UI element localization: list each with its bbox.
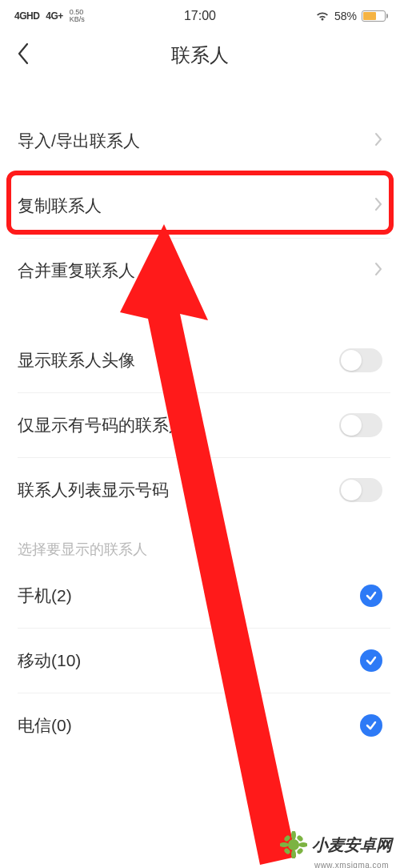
copy-contacts-row[interactable]: 复制联系人 — [0, 174, 400, 238]
copy-contacts-label: 复制联系人 — [18, 195, 102, 217]
checkmark-circle-icon — [360, 585, 382, 607]
svg-point-3 — [291, 850, 296, 858]
battery-icon — [362, 10, 386, 22]
battery-percent: 58% — [334, 10, 357, 22]
checkmark-circle-icon — [360, 649, 382, 672]
section-header: 选择要显示的联系人 — [0, 522, 400, 564]
show-avatar-label: 显示联系人头像 — [18, 349, 135, 372]
show-avatar-row[interactable]: 显示联系人头像 — [0, 328, 400, 392]
only-with-number-row[interactable]: 仅显示有号码的联系人 — [0, 393, 400, 457]
svg-point-4 — [280, 842, 289, 847]
source-phone-row[interactable]: 手机(2) — [0, 564, 400, 628]
watermark: 小麦安卓网 — [280, 831, 392, 858]
chevron-right-icon — [374, 197, 382, 215]
merge-duplicates-row[interactable]: 合并重复联系人 — [0, 239, 400, 303]
content: 导入/导出联系人 复制联系人 合并重复联系人 显示联系人头像 仅显示有号码的联系… — [0, 78, 400, 757]
toggle-off-icon[interactable] — [339, 413, 382, 437]
clock: 17:00 — [184, 9, 216, 23]
svg-point-1 — [288, 839, 299, 850]
source-telecom-label: 电信(0) — [18, 714, 72, 737]
watermark-logo-icon — [280, 831, 307, 858]
signal-1: 4GHD — [14, 10, 39, 22]
net-speed: 0.50 KB/s — [70, 9, 85, 23]
merge-duplicates-label: 合并重复联系人 — [18, 259, 135, 282]
svg-point-5 — [298, 842, 307, 847]
only-with-number-label: 仅显示有号码的联系人 — [18, 414, 186, 436]
chevron-right-icon — [374, 262, 382, 279]
status-right: 58% — [315, 10, 386, 22]
source-phone-label: 手机(2) — [18, 585, 72, 607]
source-telecom-row[interactable]: 电信(0) — [0, 693, 400, 757]
status-bar: 4GHD 4G+ 0.50 KB/s 17:00 58% — [0, 0, 400, 32]
watermark-text: 小麦安卓网 — [312, 834, 392, 856]
show-number-list-label: 联系人列表显示号码 — [18, 479, 169, 501]
toggle-off-icon[interactable] — [339, 478, 382, 502]
chevron-right-icon — [374, 132, 382, 150]
page-title: 联系人 — [171, 42, 229, 68]
source-mobile-label: 移动(10) — [18, 649, 81, 672]
import-export-label: 导入/导出联系人 — [18, 130, 140, 152]
status-left: 4GHD 4G+ 0.50 KB/s — [14, 9, 85, 23]
svg-point-2 — [291, 831, 296, 840]
watermark-url: www.xmsigma.com — [314, 861, 389, 868]
show-number-list-row[interactable]: 联系人列表显示号码 — [0, 458, 400, 522]
back-button[interactable] — [10, 35, 37, 75]
source-mobile-row[interactable]: 移动(10) — [0, 629, 400, 693]
checkmark-circle-icon — [360, 714, 382, 737]
toggle-off-icon[interactable] — [339, 348, 382, 372]
nav-bar: 联系人 — [0, 32, 400, 78]
wifi-icon — [315, 10, 330, 22]
import-export-row[interactable]: 导入/导出联系人 — [0, 109, 400, 173]
signal-2: 4G+ — [46, 10, 63, 22]
